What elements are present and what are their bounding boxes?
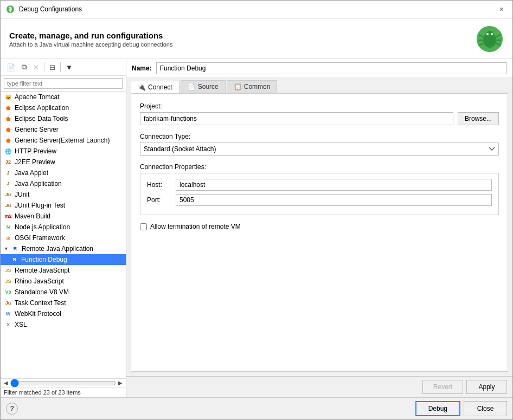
tree-item-xsl[interactable]: X XSL [1, 319, 126, 330]
eclipse-dt-icon: ⬟ [4, 114, 12, 123]
tab-source[interactable]: 📄 Source [181, 80, 226, 93]
bug-logo [476, 25, 504, 53]
tree-item-eclipse-data-tools[interactable]: ⬟ Eclipse Data Tools [1, 113, 126, 124]
tree-item-eclipse-application[interactable]: ⬟ Eclipse Application [1, 102, 126, 113]
source-tab-label: Source [198, 83, 219, 91]
tree-item-webkit[interactable]: W WebKit Protocol [1, 308, 126, 319]
allow-termination-label[interactable]: Allow termination of remote VM [150, 223, 241, 230]
tab-connect[interactable]: 🔌 Connect [131, 81, 179, 93]
tree-item-junit[interactable]: Ju JUnit [1, 189, 126, 200]
project-label: Project: [140, 102, 499, 110]
j2ee-icon: J2 [4, 158, 12, 166]
connection-props-box: Host: Port: [140, 173, 499, 215]
tree-item-nodejs[interactable]: N Node.js Application [1, 222, 126, 232]
collapse-all-button[interactable]: ⊟ [47, 62, 58, 73]
window-icon [6, 5, 15, 14]
tree-item-junit-plugin[interactable]: Ju JUnit Plug-in Test [1, 200, 126, 211]
tree-item-remote-js[interactable]: JS Remote JavaScript [1, 265, 126, 276]
tree-item-osgi[interactable]: ⊕ OSGi Framework [1, 232, 126, 243]
revert-button[interactable]: Revert [422, 380, 463, 394]
allow-termination-row: Allow termination of remote VM [140, 223, 499, 230]
name-input[interactable] [156, 62, 507, 74]
connection-type-label: Connection Type: [140, 133, 499, 140]
configure-button[interactable]: ▼ [63, 62, 75, 73]
header-text: Create, manage, and run configurations A… [9, 31, 172, 48]
delete-config-button[interactable]: ✕ [30, 62, 42, 73]
search-input[interactable] [4, 78, 123, 89]
apply-button[interactable]: Apply [466, 380, 507, 394]
connect-panel: Project: Browse... Connection Type: Stan… [131, 93, 508, 372]
apache-tomcat-label: Apache Tomcat [15, 93, 60, 101]
junit-plugin-icon: Ju [4, 201, 12, 210]
java-app-icon: J [4, 179, 12, 188]
tree-item-generic-server-ext[interactable]: ⬟ Generic Server(External Launch) [1, 135, 126, 146]
name-bar: Name: [126, 59, 512, 78]
scroll-right-button[interactable]: ▶ [118, 380, 123, 386]
nodejs-icon: N [4, 223, 12, 231]
new-config-button[interactable]: 📄 [4, 62, 18, 73]
duplicate-config-button[interactable]: ⧉ [19, 61, 29, 73]
project-input[interactable] [140, 112, 453, 125]
connect-tab-label: Connect [148, 83, 172, 91]
right-panel: Name: 🔌 Connect 📄 Source 📋 Common [126, 59, 512, 397]
toolbar-separator-2 [60, 62, 61, 72]
java-applet-icon: J [4, 169, 12, 177]
help-button[interactable]: ? [6, 403, 18, 415]
junit-icon: Ju [4, 190, 12, 199]
browse-button[interactable]: Browse... [458, 112, 499, 125]
debug-button[interactable]: Debug [415, 401, 460, 416]
tree-item-maven-build[interactable]: m2 Maven Build [1, 211, 126, 222]
host-label: Host: [147, 181, 171, 189]
maven-icon: m2 [4, 212, 12, 221]
port-label: Port: [147, 196, 171, 204]
tabs-bar: 🔌 Connect 📄 Source 📋 Common [126, 78, 512, 93]
common-tab-icon: 📋 [234, 83, 242, 91]
project-field-row: Project: Browse... [140, 102, 499, 125]
action-buttons: Debug Close [415, 401, 507, 416]
connection-type-field-row: Connection Type: Standard (Socket Attach… [140, 133, 499, 156]
tree-item-remote-java-group[interactable]: ▼ R Remote Java Application [1, 243, 126, 254]
common-tab-label: Common [244, 83, 271, 91]
tree: 🐱 Apache Tomcat ⬟ Eclipse Application ⬟ … [1, 92, 126, 378]
eclipse-app-icon: ⬟ [4, 104, 12, 112]
toolbar-separator-1 [44, 62, 44, 72]
tab-common[interactable]: 📋 Common [227, 80, 278, 93]
filter-status: Filter matched 23 of 23 items [1, 387, 126, 397]
sidebar-scrollbar: ◀ ▶ [1, 378, 126, 387]
tree-item-j2ee-preview[interactable]: J2 J2EE Preview [1, 157, 126, 167]
header-subtitle: Attach to a Java virtual machine accepti… [9, 41, 172, 48]
window-close-button[interactable]: × [496, 4, 507, 15]
remote-java-expand: ▼ [4, 246, 9, 251]
tree-item-generic-server[interactable]: ⬟ Generic Server [1, 124, 126, 135]
generic-server-icon: ⬟ [4, 125, 12, 134]
host-input[interactable] [176, 179, 492, 191]
tree-item-java-applet[interactable]: J Java Applet [1, 167, 126, 178]
main-content: 📄 ⧉ ✕ ⊟ ▼ 🐱 Apache Tomcat ⬟ Eclip [1, 59, 512, 397]
close-button[interactable]: Close [464, 401, 507, 416]
tree-item-task-context[interactable]: Ju Task Context Test [1, 298, 126, 308]
tree-item-function-debug[interactable]: R Function Debug [1, 254, 126, 265]
sidebar-scroll-input[interactable] [10, 380, 116, 386]
port-row: Port: [147, 194, 492, 206]
debug-configurations-window: Debug Configurations × Create, manage, a… [0, 0, 513, 420]
tree-item-rhino-js[interactable]: JS Rhino JavaScript [1, 276, 126, 287]
tree-item-standalone-v8[interactable]: V8 Standalone V8 VM [1, 287, 126, 298]
tree-item-apache-tomcat[interactable]: 🐱 Apache Tomcat [1, 92, 126, 102]
project-input-row: Browse... [140, 112, 499, 125]
sidebar-toolbar: 📄 ⧉ ✕ ⊟ ▼ [1, 59, 126, 76]
function-debug-label: Function Debug [21, 256, 67, 263]
scroll-left-button[interactable]: ◀ [4, 380, 8, 386]
allow-termination-checkbox[interactable] [140, 223, 147, 230]
tree-item-java-application[interactable]: J Java Application [1, 178, 126, 189]
port-input[interactable] [176, 194, 492, 206]
connect-tab-icon: 🔌 [138, 83, 146, 91]
standalone-v8-icon: V8 [4, 288, 12, 296]
svg-point-17 [491, 33, 493, 35]
window-footer: ? Debug Close [1, 397, 512, 419]
name-field-label: Name: [132, 64, 152, 72]
task-context-icon: Ju [4, 299, 12, 307]
tree-item-http-preview[interactable]: 🌐 HTTP Preview [1, 146, 126, 157]
connection-type-select[interactable]: Standard (Socket Attach) Standard (Socke… [140, 143, 499, 156]
header-title: Create, manage, and run configurations [9, 31, 172, 40]
revert-apply-bar: Revert Apply [126, 376, 512, 397]
